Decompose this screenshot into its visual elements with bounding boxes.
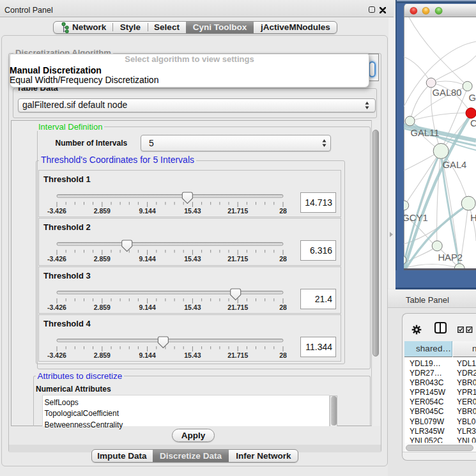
svg-text:28: 28 — [279, 351, 287, 358]
svg-text:9.144: 9.144 — [139, 303, 155, 311]
svg-text:9.144: 9.144 — [139, 255, 155, 263]
svg-text:2.859: 2.859 — [94, 255, 111, 263]
svg-text:-3.426: -3.426 — [47, 303, 66, 311]
svg-text:28: 28 — [279, 206, 287, 214]
svg-text:GAL4: GAL4 — [443, 160, 467, 170]
svg-text:15.43: 15.43 — [184, 303, 201, 311]
svg-text:-3.426: -3.426 — [47, 206, 66, 214]
svg-text:15.43: 15.43 — [184, 206, 201, 214]
svg-text:15.43: 15.43 — [184, 351, 201, 358]
svg-text:21.715: 21.715 — [227, 255, 248, 263]
svg-text:2.859: 2.859 — [94, 206, 111, 214]
svg-text:28: 28 — [279, 303, 287, 311]
svg-text:9.144: 9.144 — [139, 351, 155, 358]
svg-text:21.715: 21.715 — [227, 303, 248, 311]
svg-text:C: C — [470, 118, 476, 128]
svg-text:9.144: 9.144 — [139, 206, 155, 214]
svg-text:GCY1: GCY1 — [404, 213, 428, 223]
svg-text:HAP2: HAP2 — [438, 252, 463, 263]
svg-text:-3.426: -3.426 — [47, 255, 66, 263]
svg-text:2.859: 2.859 — [94, 303, 111, 311]
svg-text:15.43: 15.43 — [184, 255, 201, 263]
svg-text:GAL11: GAL11 — [410, 128, 439, 138]
svg-text:28: 28 — [279, 255, 287, 263]
svg-text:-3.426: -3.426 — [47, 351, 66, 358]
svg-text:21.715: 21.715 — [227, 351, 248, 358]
svg-text:21.715: 21.715 — [227, 206, 248, 214]
svg-text:2.859: 2.859 — [94, 351, 111, 358]
svg-text:GAL80: GAL80 — [433, 88, 462, 98]
svg-text:GA: GA — [469, 93, 476, 103]
svg-text:H: H — [470, 213, 476, 223]
